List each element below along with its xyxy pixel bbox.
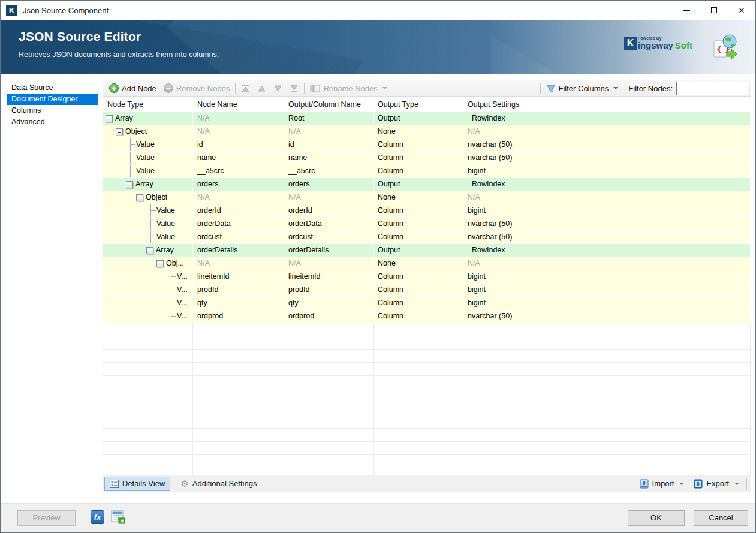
tree-row-ordprod[interactable]: V...ordprodordprodColumnnvarchar (50): [103, 310, 751, 323]
move-up-button[interactable]: [254, 81, 270, 95]
powered-by-label: Powered By: [638, 36, 692, 40]
tree-row-id[interactable]: ValueididColumnnvarchar (50): [103, 138, 751, 152]
tree-branch-line: [167, 284, 177, 297]
export-button[interactable]: Export: [689, 477, 744, 491]
collapse-node-icon[interactable]: [136, 194, 143, 201]
empty-grid-row: [103, 455, 751, 468]
remove-nodes-button[interactable]: − Remove Nodes: [160, 81, 234, 95]
window-title: Json Source Component: [23, 6, 109, 15]
tab-details-view[interactable]: Details View: [104, 477, 170, 491]
filter-columns-button[interactable]: Filter Columns: [543, 81, 622, 95]
move-bottom-icon: [290, 85, 299, 92]
move-down-icon: [273, 85, 282, 92]
move-top-button[interactable]: [237, 81, 254, 95]
toolbar-separator: [624, 83, 624, 94]
node-tree-grid: ArrayN/ARootOutput_RowIndexObjectN/AN/AN…: [103, 112, 751, 475]
collapse-node-icon[interactable]: [146, 247, 153, 254]
kingswaysoft-k-icon: K: [624, 37, 637, 50]
tree-row-orderData[interactable]: ValueorderDataorderDataColumnnvarchar (5…: [103, 218, 751, 231]
page-subtitle: Retrieves JSON documents and extracts th…: [19, 50, 219, 59]
move-top-icon: [241, 85, 250, 92]
collapse-node-icon[interactable]: [156, 260, 164, 267]
tree-row-object[interactable]: ObjectN/AN/ANoneN/A: [103, 191, 751, 204]
tree-row-name[interactable]: ValuenamenameColumnnvarchar (50): [103, 152, 751, 165]
collapse-node-icon[interactable]: [106, 115, 113, 122]
tree-row-obj...[interactable]: Obj...N/AN/ANoneN/A: [103, 257, 751, 270]
tree-branch-line: [167, 310, 177, 323]
designer-tabbar: Details View ⚙ Additional Settings Impor…: [103, 475, 751, 492]
tree-row-object[interactable]: ObjectN/AN/ANoneN/A: [103, 125, 751, 138]
collapse-node-icon[interactable]: [126, 181, 133, 188]
content-area: Data SourceDocument DesignerColumnsAdvan…: [1, 74, 755, 503]
empty-grid-row: [103, 350, 751, 363]
toolbar-separator: [235, 83, 236, 94]
move-bottom-button[interactable]: [286, 81, 302, 95]
empty-grid-row: [103, 389, 751, 402]
tree-row-orders[interactable]: ArrayordersordersOutput_RowIndex: [103, 178, 751, 191]
sidebar-list: Data SourceDocument DesignerColumnsAdvan…: [7, 80, 98, 492]
app-k-icon: K: [6, 5, 17, 16]
tree-row-__a5crc[interactable]: Value__a5crc__a5crcColumnbigint: [103, 165, 751, 178]
fx-icon[interactable]: fx: [91, 510, 104, 524]
title-bar: K Json Source Component ✕: [1, 1, 755, 20]
tree-row-ordcust[interactable]: ValueordcustordcustColumnnvarchar (50): [103, 231, 751, 244]
sidebar-item-columns[interactable]: Columns: [7, 105, 98, 116]
import-button[interactable]: Import: [635, 477, 689, 491]
kingswaysoft-logo: K Powered By ingswaySoft: [624, 36, 692, 50]
empty-grid-row: [103, 376, 751, 389]
preview-button[interactable]: Preview: [17, 510, 76, 526]
chevron-down-icon: [613, 87, 618, 89]
funnel-icon: [546, 84, 556, 93]
rename-nodes-button[interactable]: Rename Nodes: [306, 81, 390, 95]
tree-row-prodId[interactable]: V...prodIdprodIdColumnbigint: [103, 284, 751, 297]
column-header-4[interactable]: Output Settings: [463, 97, 751, 112]
empty-grid-row: [103, 468, 751, 475]
ok-button[interactable]: OK: [628, 510, 685, 526]
column-header-2[interactable]: Output/Column Name: [284, 97, 374, 112]
add-node-button[interactable]: + Add Node: [106, 81, 160, 95]
column-header-0[interactable]: Node Type: [103, 97, 193, 112]
close-icon: ✕: [739, 7, 745, 14]
tree-row-orderId[interactable]: ValueorderIdorderIdColumnbigint: [103, 204, 751, 218]
import-box-icon: [640, 479, 649, 489]
tree-row-orderDetails[interactable]: ArrayorderDetailsorderDetailsOutput_RowI…: [103, 244, 751, 257]
chevron-down-icon: [679, 483, 684, 485]
empty-grid-row: [103, 415, 751, 429]
cancel-button[interactable]: Cancel: [694, 510, 748, 526]
banner: JSON Source Editor Retrieves JSON docume…: [1, 20, 755, 74]
toolbar-separator: [540, 83, 541, 94]
maximize-icon: [711, 7, 717, 13]
empty-grid-row: [103, 323, 751, 336]
tree-row-lineitemId[interactable]: V...lineitemIdlineitemIdColumnbigint: [103, 270, 751, 284]
page-title: JSON Source Editor: [19, 29, 141, 44]
maximize-button[interactable]: [700, 1, 728, 20]
empty-grid-row: [103, 363, 751, 376]
sidebar-item-data-source[interactable]: Data Source: [7, 82, 98, 94]
filter-nodes-input[interactable]: [676, 82, 748, 95]
tab-separator: [173, 478, 173, 490]
move-down-button[interactable]: [270, 81, 286, 95]
minus-circle-icon: −: [164, 83, 173, 93]
plus-circle-icon: +: [109, 83, 119, 93]
tree-branch-line: [146, 218, 156, 231]
sidebar-item-advanced[interactable]: Advanced: [7, 116, 98, 128]
column-header-1[interactable]: Node Name: [193, 97, 284, 112]
empty-grid-row: [103, 336, 751, 350]
tab-additional-settings[interactable]: ⚙ Additional Settings: [176, 477, 261, 491]
collapse-node-icon[interactable]: [116, 128, 123, 135]
toolbar-separator: [393, 83, 393, 94]
tree-branch-line: [167, 297, 177, 310]
column-header-3[interactable]: Output Type: [374, 97, 463, 112]
tree-row-qty[interactable]: V...qtyqtyColumnbigint: [103, 297, 751, 310]
minimize-button[interactable]: [673, 1, 700, 20]
chevron-down-icon: [382, 87, 387, 89]
dialog-footer: Preview fx OK Cancel: [1, 503, 755, 533]
json-globe-icon: { }: [712, 34, 739, 62]
empty-grid-row: [103, 442, 751, 455]
report-window-icon[interactable]: [111, 510, 125, 526]
sidebar-item-document-designer[interactable]: Document Designer: [7, 94, 98, 105]
close-button[interactable]: ✕: [728, 1, 755, 20]
tab-separator: [632, 478, 632, 490]
tree-row-array[interactable]: ArrayN/ARootOutput_RowIndex: [103, 112, 751, 125]
document-designer-panel: + Add Node − Remove Nodes: [103, 80, 751, 492]
